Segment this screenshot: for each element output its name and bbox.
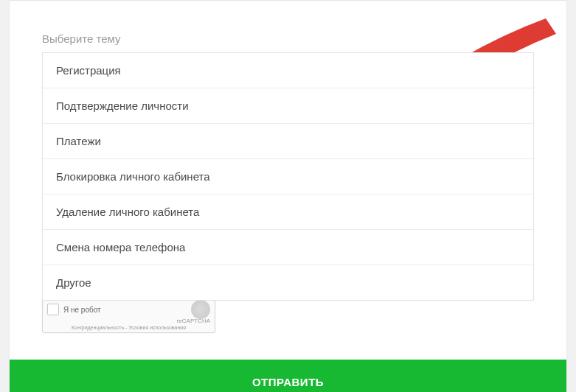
- recaptcha-legal: Конфиденциальность - Условия использован…: [47, 325, 210, 330]
- recaptcha-checkbox[interactable]: [47, 304, 59, 315]
- chevron-down-icon: [522, 32, 534, 44]
- select-header[interactable]: Выберите тему: [42, 24, 534, 52]
- form-card: Выберите тему Регистрация Подтверждение …: [9, 0, 567, 392]
- dropdown-option[interactable]: Другое: [43, 265, 533, 300]
- topic-select[interactable]: Выберите тему Регистрация Подтверждение …: [42, 24, 534, 301]
- recaptcha-logo-icon: [191, 300, 210, 319]
- dropdown-option[interactable]: Блокировка личного кабинета: [43, 159, 533, 195]
- dropdown-option[interactable]: Подтверждение личности: [43, 88, 533, 124]
- recaptcha-label: Я не робот: [63, 306, 187, 314]
- recaptcha-widget[interactable]: Я не робот reCAPTCHA Конфиденциальность …: [42, 296, 215, 333]
- dropdown-option[interactable]: Смена номера телефона: [43, 230, 533, 265]
- dropdown-option[interactable]: Платежи: [43, 124, 533, 159]
- submit-button[interactable]: ОТПРАВИТЬ: [10, 360, 566, 392]
- dropdown-menu: Регистрация Подтверждение личности Плате…: [42, 52, 534, 301]
- select-placeholder: Выберите тему: [42, 32, 121, 45]
- recaptcha-brand: reCAPTCHA: [47, 318, 210, 324]
- dropdown-option[interactable]: Регистрация: [43, 53, 533, 88]
- dropdown-option[interactable]: Удаление личного кабинета: [43, 195, 533, 230]
